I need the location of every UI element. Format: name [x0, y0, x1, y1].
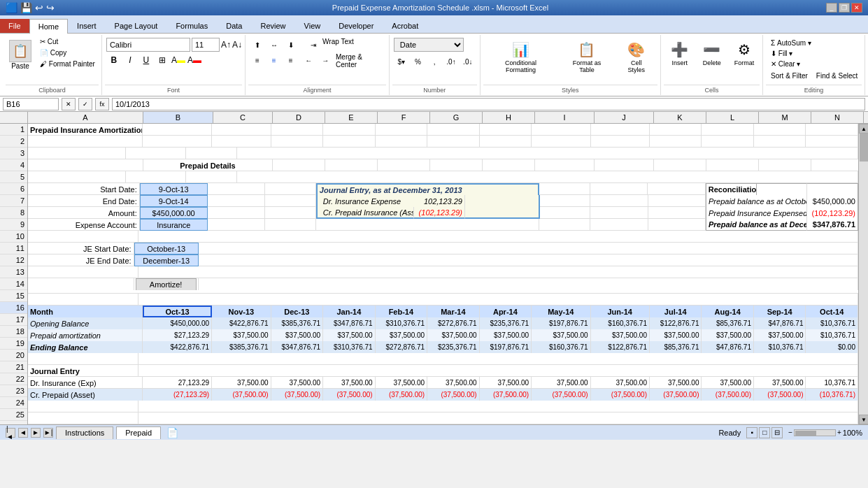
tab-insert[interactable]: Insert: [68, 18, 106, 33]
cell-k1[interactable]: [650, 124, 702, 136]
cell-e17[interactable]: $347,876.71: [323, 317, 376, 329]
format-table-button[interactable]: 📋 Format as Table: [560, 38, 614, 83]
cell-rest-13[interactable]: [138, 266, 858, 278]
cell-a6[interactable]: Start Date:: [28, 183, 140, 195]
cell-d7[interactable]: [265, 195, 316, 207]
cell-n17[interactable]: $10,376.71: [806, 317, 858, 329]
cell-c19[interactable]: $385,376.71: [212, 341, 271, 353]
cell-f19[interactable]: $272,876.71: [376, 341, 428, 353]
cell-rest-15[interactable]: [138, 294, 858, 306]
cell-n2[interactable]: [806, 136, 858, 148]
cell-i2[interactable]: [532, 136, 590, 148]
find-select-button[interactable]: Find & Select: [813, 71, 861, 81]
cell-j2[interactable]: [591, 136, 650, 148]
cell-d22[interactable]: 37,500.00: [271, 377, 324, 389]
cell-c9[interactable]: [208, 219, 265, 231]
close-button[interactable]: ✕: [851, 3, 862, 13]
col-header-h[interactable]: H: [483, 112, 535, 123]
cell-n18[interactable]: $10,376.71: [806, 329, 858, 341]
clear-button[interactable]: ✕ Clear ▾: [767, 59, 860, 69]
align-right-button[interactable]: ≡: [283, 53, 299, 67]
cell-b1[interactable]: [143, 124, 212, 136]
currency-button[interactable]: $▾: [394, 55, 409, 69]
cell-d19[interactable]: $347,876.71: [271, 341, 324, 353]
cell-g18[interactable]: $37,500.00: [427, 329, 480, 341]
col-header-e[interactable]: E: [325, 112, 378, 123]
align-bottom-button[interactable]: ⬇: [283, 38, 299, 52]
align-center-button[interactable]: ≡: [266, 53, 282, 67]
cell-d23[interactable]: (37,500.00): [271, 389, 324, 401]
cell-rest-20[interactable]: [138, 353, 858, 365]
sheet-nav-last[interactable]: ►|: [43, 428, 53, 438]
align-middle-button[interactable]: ↔: [266, 38, 282, 52]
zoom-slider[interactable]: [794, 429, 836, 436]
cell-g22[interactable]: 37,500.00: [427, 377, 480, 389]
cell-k16[interactable]: Jul-14: [650, 306, 702, 317]
sheet-nav-next[interactable]: ►: [31, 428, 41, 438]
cell-i22[interactable]: 37,500.00: [532, 377, 590, 389]
conditional-formatting-button[interactable]: 📊 Conditional Formatting: [485, 38, 557, 83]
cell-h6[interactable]: [539, 183, 590, 195]
cell-a5[interactable]: [28, 171, 126, 183]
cell-a12[interactable]: JE End Date:: [28, 254, 134, 266]
format-painter-button[interactable]: 🖌 Format Painter: [36, 59, 99, 69]
cell-c18[interactable]: $37,500.00: [212, 329, 271, 341]
cell-ef9[interactable]: [316, 219, 539, 231]
cell-l23[interactable]: (37,500.00): [702, 389, 754, 401]
cell-a17[interactable]: Opening Balance: [28, 317, 143, 329]
cell-c7[interactable]: [208, 195, 265, 207]
cell-a21[interactable]: Journal Entry: [28, 365, 138, 377]
formula-input[interactable]: [112, 98, 865, 110]
cell-h4[interactable]: [483, 159, 535, 171]
cell-g4[interactable]: [430, 159, 483, 171]
cell-h22[interactable]: 37,500.00: [480, 377, 532, 389]
cell-b17[interactable]: $450,000.00: [143, 317, 212, 329]
fill-button[interactable]: ⬇ Fill ▾: [767, 48, 860, 59]
cell-j19[interactable]: $122,876.71: [591, 341, 650, 353]
tab-data[interactable]: Data: [217, 18, 251, 33]
copy-button[interactable]: 📄 Copy: [36, 48, 99, 58]
cell-e1[interactable]: [323, 124, 376, 136]
cell-b6[interactable]: 9-Oct-13: [140, 183, 208, 195]
cell-m19[interactable]: $10,376.71: [754, 341, 806, 353]
minimize-button[interactable]: _: [826, 3, 837, 13]
sheet-tab-instructions[interactable]: Instructions: [56, 426, 113, 439]
align-top-button[interactable]: ⬆: [250, 38, 265, 52]
col-header-b[interactable]: B: [143, 112, 213, 123]
cell-d2[interactable]: [271, 136, 324, 148]
sheet-nav-first[interactable]: |◄: [6, 428, 15, 438]
cell-rest-3[interactable]: [237, 148, 858, 159]
wrap-text-button[interactable]: ⇥: [306, 38, 321, 52]
cell-i19[interactable]: $160,376.71: [532, 341, 590, 353]
cell-c5[interactable]: [186, 171, 237, 183]
cell-a2[interactable]: [28, 136, 143, 148]
cell-m17[interactable]: $47,876.71: [754, 317, 806, 329]
cell-c2[interactable]: [212, 136, 271, 148]
tab-formulas[interactable]: Formulas: [166, 18, 217, 33]
cell-i8[interactable]: [590, 207, 648, 219]
format-button[interactable]: ⚙ Format: [730, 38, 760, 83]
cell-c6[interactable]: [208, 183, 265, 195]
cell-m18[interactable]: $37,500.00: [754, 329, 806, 341]
window-controls[interactable]: _ ❐ ✕: [826, 3, 862, 13]
cell-h18[interactable]: $37,500.00: [480, 329, 532, 341]
cell-d6[interactable]: [265, 183, 316, 195]
cell-f4[interactable]: [378, 159, 430, 171]
page-break-view-button[interactable]: ⊟: [771, 427, 783, 438]
cell-m2[interactable]: [754, 136, 806, 148]
cell-h2[interactable]: [480, 136, 532, 148]
underline-button[interactable]: U: [138, 53, 154, 67]
cell-n22[interactable]: 10,376.71: [806, 377, 858, 389]
cell-rest-24[interactable]: [138, 401, 858, 412]
cell-i9[interactable]: [590, 219, 648, 231]
cell-j9[interactable]: [648, 219, 706, 231]
cell-f2[interactable]: [376, 136, 428, 148]
cell-a23[interactable]: Cr. Prepaid (Asset): [28, 389, 143, 401]
percent-button[interactable]: %: [411, 55, 426, 69]
cell-n19[interactable]: $0.00: [806, 341, 858, 353]
font-size-input[interactable]: [192, 38, 220, 52]
cell-a11[interactable]: JE Start Date:: [28, 243, 134, 254]
insert-function-icon[interactable]: fx: [95, 98, 109, 110]
cell-l16[interactable]: Aug-14: [702, 306, 754, 317]
cell-l1[interactable]: [702, 124, 754, 136]
